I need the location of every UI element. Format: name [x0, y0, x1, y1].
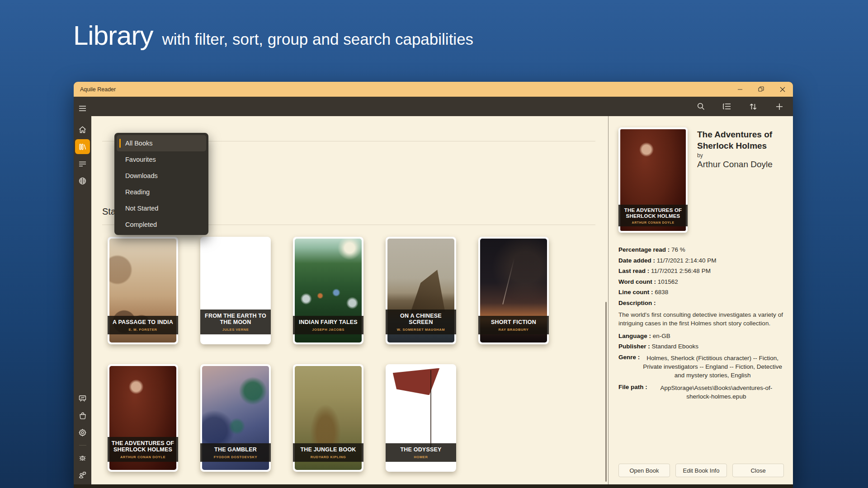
grouped-list-icon: [723, 103, 731, 110]
library-content: Standard Ebooks A PASSAGE TO INDIAE. M. …: [91, 116, 608, 484]
detail-line-count: Line count : 6838: [618, 289, 783, 296]
sidebar-item-feedback[interactable]: [75, 467, 90, 482]
book-cover[interactable]: THE ODYSSEYHOMER: [386, 364, 456, 472]
page-title: Library: [73, 20, 153, 51]
detail-percentage-read: Percentage read : 76 %: [618, 246, 783, 253]
titlebar: Aquile Reader: [74, 82, 793, 97]
sidebar-item-settings[interactable]: [75, 425, 90, 440]
window-controls: [729, 82, 793, 97]
book-title: INDIAN FAIRY TALES: [295, 319, 362, 326]
add-book-button[interactable]: [772, 99, 787, 114]
shopping-bag-icon: [79, 412, 86, 419]
book-author: JULES VERNE: [202, 328, 269, 332]
book-shelf-row-1: A PASSAGE TO INDIAE. M. FORSTER FROM THE…: [108, 237, 549, 344]
library-books-icon: [79, 143, 86, 150]
book-title: THE GAMBLER: [202, 446, 269, 453]
selected-indicator: [119, 139, 121, 148]
book-cover[interactable]: SHORT FICTIONRAY BRADBURY: [478, 237, 549, 344]
book-author: JOSEPH JACOBS: [295, 328, 362, 332]
plus-icon: [776, 103, 783, 110]
book-cover[interactable]: THE JUNGLE BOOKRUDYARD KIPLING: [293, 364, 363, 472]
sidebar-item-library[interactable]: [75, 139, 90, 154]
search-icon: [697, 103, 705, 110]
details-title: The Adventures of Sherlock Holmes: [697, 129, 783, 151]
restore-icon: [758, 86, 764, 92]
menu-item-completed[interactable]: Completed: [117, 216, 206, 233]
book-author: W. SOMERSET MAUGHAM: [387, 328, 454, 332]
details-book-cover: THE ADVENTURES OF SHERLOCK HOLMESARTHUR …: [618, 127, 688, 233]
book-details-panel: THE ADVENTURES OF SHERLOCK HOLMESARTHUR …: [608, 116, 793, 484]
sidebar-item-lists[interactable]: [75, 156, 90, 171]
detail-genre: Genre : Holmes, Sherlock (Fictitious cha…: [618, 354, 783, 380]
sidebar-divider: [79, 445, 86, 446]
sidebar-item-store[interactable]: [75, 408, 90, 423]
book-author: HOMER: [387, 455, 454, 459]
group-view-button[interactable]: [720, 99, 734, 114]
book-cover[interactable]: INDIAN FAIRY TALESJOSEPH JACOBS: [293, 237, 363, 344]
detail-language: Language : en-GB: [618, 333, 783, 339]
lines-icon: [79, 161, 86, 167]
bug-icon: [79, 454, 86, 461]
detail-last-read: Last read : 11/7/2021 2:56:48 PM: [618, 267, 783, 274]
presentation-chart-icon: [79, 395, 86, 402]
filter-dropdown: All Books Favourites Downloads Reading N…: [114, 133, 208, 235]
globe-icon: [79, 177, 86, 185]
book-title: THE ODYSSEY: [387, 446, 454, 453]
description-text: The world's first consulting detective i…: [618, 310, 783, 328]
book-cover[interactable]: ON A CHINESE SCREENW. SOMERSET MAUGHAM: [386, 237, 456, 344]
home-icon: [79, 126, 86, 133]
person-feedback-icon: [79, 471, 86, 479]
book-author: RUDYARD KIPLING: [295, 455, 362, 459]
minimize-button[interactable]: [729, 82, 750, 97]
book-title: THE JUNGLE BOOK: [295, 446, 362, 453]
menu-item-reading[interactable]: Reading: [117, 184, 206, 200]
open-book-button[interactable]: Open Book: [618, 464, 670, 477]
sort-button[interactable]: [746, 99, 760, 114]
close-icon: [780, 87, 785, 92]
details-author: Arthur Conan Doyle: [697, 160, 783, 169]
app-title: Aquile Reader: [80, 86, 116, 93]
book-author: FYODOR DOSTOEVSKY: [202, 455, 269, 459]
sidebar: [74, 97, 91, 484]
book-title: SHORT FICTION: [480, 319, 547, 326]
book-title: ON A CHINESE SCREEN: [387, 313, 454, 326]
window-bottom-edge: [74, 484, 793, 488]
hamburger-menu-button[interactable]: [75, 101, 90, 116]
book-title: THE ADVENTURES OF SHERLOCK HOLMES: [109, 440, 176, 454]
details-actions: Open Book Edit Book Info Close: [618, 464, 784, 477]
app-window: Aquile Reader: [74, 82, 793, 488]
description-label: Description :: [618, 300, 783, 306]
maximize-button[interactable]: [750, 82, 772, 97]
sort-arrows-icon: [749, 103, 757, 110]
page-subtitle: with filter, sort, group and search capa…: [162, 30, 473, 48]
book-author: ARTHUR CONAN DOYLE: [109, 455, 176, 459]
book-title: A PASSAGE TO INDIA: [109, 319, 176, 326]
sidebar-item-home[interactable]: [75, 122, 90, 137]
detail-word-count: Word count : 101562: [618, 278, 783, 285]
close-panel-button[interactable]: Close: [732, 464, 784, 477]
sidebar-item-web[interactable]: [75, 174, 90, 188]
book-cover[interactable]: THE GAMBLERFYODOR DOSTOEVSKY: [200, 364, 271, 472]
menu-item-not-started[interactable]: Not Started: [117, 200, 206, 216]
edit-book-info-button[interactable]: Edit Book Info: [675, 464, 727, 477]
gear-icon: [79, 429, 86, 436]
sidebar-item-debug[interactable]: [75, 450, 90, 465]
toolbar: [91, 97, 793, 116]
detail-file-path: File path : AppStorage\Assets\Books\adve…: [618, 384, 783, 401]
search-button[interactable]: [693, 99, 708, 114]
vertical-scrollbar[interactable]: [605, 302, 607, 482]
details-fields: Percentage read : 76 % Date added : 11/7…: [618, 246, 783, 401]
detail-publisher: Publisher : Standard Ebooks: [618, 343, 783, 350]
menu-item-downloads[interactable]: Downloads: [117, 168, 206, 184]
menu-item-all-books[interactable]: All Books: [117, 135, 206, 151]
book-shelf-row-2: THE ADVENTURES OF SHERLOCK HOLMESARTHUR …: [108, 364, 456, 472]
book-cover[interactable]: FROM THE EARTH TO THE MOONJULES VERNE: [200, 237, 271, 344]
menu-item-favourites[interactable]: Favourites: [117, 151, 206, 168]
book-cover[interactable]: A PASSAGE TO INDIAE. M. FORSTER: [108, 237, 178, 344]
sidebar-item-stats[interactable]: [75, 391, 90, 406]
book-title: FROM THE EARTH TO THE MOON: [202, 313, 269, 326]
page-heading: Library with filter, sort, group and sea…: [73, 20, 473, 51]
details-by-label: by: [697, 152, 783, 159]
close-button[interactable]: [772, 82, 793, 97]
book-cover[interactable]: THE ADVENTURES OF SHERLOCK HOLMESARTHUR …: [108, 364, 178, 472]
